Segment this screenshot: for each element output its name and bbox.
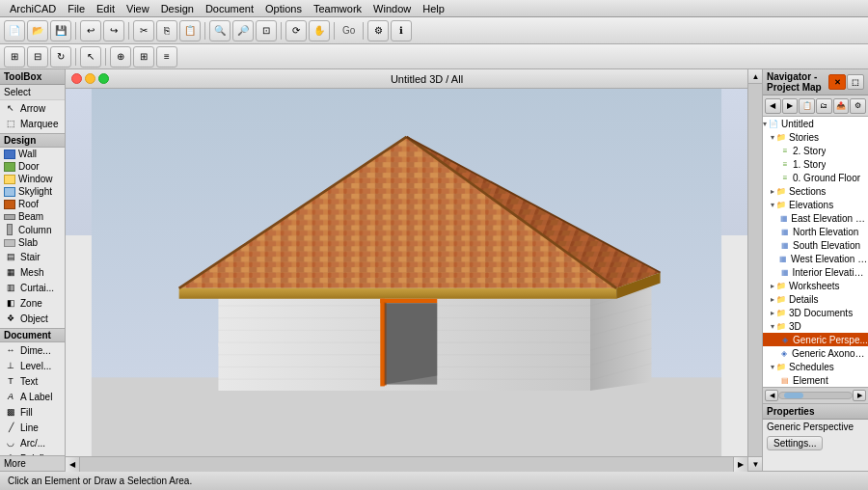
tool-mesh[interactable]: ▦ Mesh: [0, 264, 65, 280]
tool-column[interactable]: Column: [0, 223, 65, 236]
rotate-btn[interactable]: ↻: [50, 46, 71, 68]
undo-btn[interactable]: ↩: [80, 20, 101, 41]
h-scroll-left-btn[interactable]: ◀: [66, 457, 80, 472]
menu-options[interactable]: Options: [259, 3, 308, 14]
tree-item-5[interactable]: ▸ 📁 Sections: [763, 184, 868, 198]
orbit-btn[interactable]: ⟳: [285, 20, 307, 41]
settings-toolbar-btn[interactable]: ⚙: [367, 20, 389, 41]
info-btn[interactable]: ℹ: [391, 20, 412, 41]
tool-curtain[interactable]: ▥ Curtai...: [0, 280, 65, 295]
nav-project-map-btn[interactable]: 📋: [799, 98, 815, 114]
tree-item-1[interactable]: ▾ 📁 Stories: [763, 130, 868, 144]
tool-dimension[interactable]: ↔ Dime...: [0, 342, 65, 358]
tool-beam[interactable]: Beam: [0, 210, 65, 223]
tool-level[interactable]: ⊥ Level...: [0, 358, 65, 373]
pan-btn[interactable]: ✋: [309, 20, 330, 41]
tree-item-2[interactable]: ≡ 2. Story: [763, 144, 868, 157]
redo-btn[interactable]: ↪: [103, 20, 124, 41]
tree-item-8[interactable]: ▦ North Elevation: [763, 225, 868, 238]
toolbox-scroll[interactable]: ↖ Arrow ⬚ Marquee Design Wall Door Windo…: [0, 100, 65, 455]
tree-view[interactable]: ▾ 📄 Untitled ▾ 📁 Stories ≡ 2. Story ≡ 1.…: [763, 117, 868, 387]
tree-item-3[interactable]: ≡ 1. Story: [763, 157, 868, 171]
nav-scroll-left-btn[interactable]: ◀: [765, 390, 778, 401]
tree-item-18[interactable]: ▾ 📁 Schedules: [763, 360, 868, 373]
more-button[interactable]: More: [0, 455, 65, 471]
nav-back-btn[interactable]: ◀: [765, 98, 781, 114]
menu-teamwork[interactable]: Teamwork: [308, 3, 367, 14]
tool-text[interactable]: T Text: [0, 373, 65, 389]
tool-window[interactable]: Window: [0, 173, 65, 185]
tree-item-12[interactable]: ▸ 📁 Worksheets: [763, 279, 868, 292]
tree-item-16[interactable]: ◈ Generic Perspe...: [763, 333, 868, 346]
nav-close-btn[interactable]: ✕: [828, 74, 846, 90]
paste-btn[interactable]: 📋: [179, 20, 201, 41]
open-btn[interactable]: 📂: [27, 20, 48, 41]
nav-scroll-right-btn[interactable]: ▶: [853, 390, 866, 401]
nav-forward-btn[interactable]: ▶: [782, 98, 799, 114]
tree-item-11[interactable]: ▦ Interior Elevations: [763, 265, 868, 279]
win-min-btn[interactable]: [85, 73, 95, 84]
tool-slab[interactable]: Slab: [0, 236, 65, 249]
h-scroll-track[interactable]: [80, 457, 733, 472]
menu-edit[interactable]: Edit: [91, 3, 121, 14]
tool-zone[interactable]: ◧ Zone: [0, 295, 65, 311]
nav-expand-btn[interactable]: ⬚: [847, 74, 864, 90]
grid-btn[interactable]: ⊞: [133, 46, 154, 68]
viewport[interactable]: [66, 89, 747, 456]
nav-view-map-btn[interactable]: 🗂: [816, 98, 832, 114]
tool-skylight[interactable]: Skylight: [0, 185, 65, 198]
menu-design[interactable]: Design: [155, 3, 200, 14]
h-scroll-right-btn[interactable]: ▶: [733, 457, 747, 472]
cut-btn[interactable]: ✂: [133, 20, 154, 41]
tree-item-14[interactable]: ▸ 📁 3D Documents: [763, 306, 868, 319]
tool-object[interactable]: ❖ Object: [0, 311, 65, 326]
tool-marquee[interactable]: ⬚ Marquee: [0, 116, 65, 131]
tool-stair[interactable]: ▤ Stair: [0, 249, 65, 264]
nav-publisher-btn[interactable]: 📤: [833, 98, 850, 114]
nav-options-btn[interactable]: ⚙: [850, 98, 866, 114]
menu-file[interactable]: File: [62, 3, 91, 14]
tree-item-6[interactable]: ▾ 📁 Elevations: [763, 198, 868, 211]
menu-document[interactable]: Document: [200, 3, 259, 14]
v-scroll-track[interactable]: [748, 84, 762, 456]
tree-item-17[interactable]: ◈ Generic Axonom...: [763, 346, 868, 360]
tool-fill[interactable]: ▩ Fill: [0, 404, 65, 420]
snap-btn[interactable]: ⊕: [110, 46, 131, 68]
tool-arrow[interactable]: ↖ Arrow: [0, 100, 65, 116]
tool-line[interactable]: ╱ Line: [0, 420, 65, 435]
tool-wall[interactable]: Wall: [0, 148, 65, 160]
v-scroll-down-btn[interactable]: ▼: [748, 456, 763, 471]
menu-archicad[interactable]: ArchiCAD: [4, 3, 62, 14]
tree-item-15[interactable]: ▾ 📁 3D: [763, 319, 868, 333]
tree-item-0[interactable]: ▾ 📄 Untitled: [763, 117, 868, 130]
menu-window[interactable]: Window: [367, 3, 417, 14]
tree-item-13[interactable]: ▸ 📁 Details: [763, 292, 868, 306]
nav-scroll-track[interactable]: [778, 392, 853, 399]
tree-item-7[interactable]: ▦ East Elevation (A...: [763, 211, 868, 225]
menu-view[interactable]: View: [121, 3, 155, 14]
zoom-out-btn[interactable]: 🔎: [232, 20, 254, 41]
fit-btn[interactable]: ⊡: [256, 20, 277, 41]
menu-help[interactable]: Help: [417, 3, 450, 14]
new-btn[interactable]: 📄: [4, 20, 25, 41]
deselect-btn[interactable]: ⊟: [27, 46, 48, 68]
tool-door[interactable]: Door: [0, 160, 65, 173]
tool-roof[interactable]: Roof: [0, 198, 65, 210]
save-btn[interactable]: 💾: [50, 20, 71, 41]
v-scroll-up-btn[interactable]: ▲: [748, 69, 763, 84]
tree-item-19[interactable]: ▤ Element: [763, 373, 868, 387]
layer-btn[interactable]: ≡: [156, 46, 177, 68]
tool-label[interactable]: A A Label: [0, 389, 65, 404]
tree-item-4[interactable]: ≡ 0. Ground Floor: [763, 171, 868, 184]
cursor-btn[interactable]: ↖: [80, 46, 101, 68]
zoom-in-btn[interactable]: 🔍: [209, 20, 231, 41]
tree-item-9[interactable]: ▦ South Elevation: [763, 238, 868, 252]
win-close-btn[interactable]: [71, 73, 82, 84]
select-all-btn[interactable]: ⊞: [4, 46, 25, 68]
tool-arc[interactable]: ◡ Arc/...: [0, 435, 65, 450]
nav-scroll-thumb[interactable]: [784, 393, 803, 398]
settings-button[interactable]: Settings...: [767, 436, 823, 450]
copy-btn[interactable]: ⎘: [156, 20, 177, 41]
tree-item-10[interactable]: ▦ West Elevation (L...: [763, 252, 868, 265]
win-max-btn[interactable]: [98, 73, 109, 84]
